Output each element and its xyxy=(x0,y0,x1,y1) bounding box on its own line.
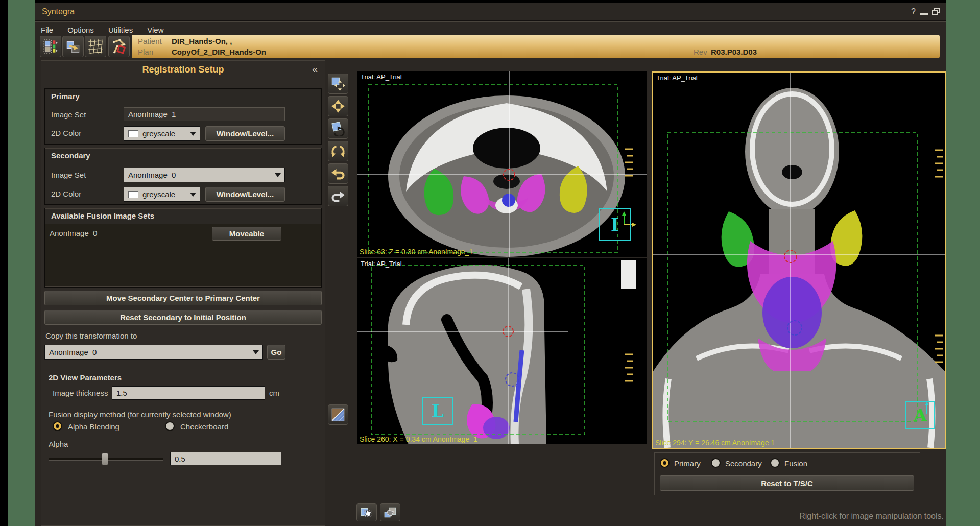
greyscale-swatch xyxy=(128,130,138,137)
primary-2d-color-label: 2D Color xyxy=(51,129,81,137)
deformation-grid-tool-button[interactable] xyxy=(85,36,106,57)
image-sets-tool-button[interactable] xyxy=(40,36,61,57)
sagittal-viewport[interactable]: L Trial: AP_Trial Slice 260: X = 0.34 cm… xyxy=(357,258,647,444)
rev-value: R03.P03.D03 xyxy=(711,47,757,56)
secondary-group: Secondary Image Set AnonImage_0 2D Color… xyxy=(44,148,322,205)
panel-title: Registration Setup xyxy=(41,64,325,75)
coronal-ct-image xyxy=(653,73,945,448)
patient-label: Patient xyxy=(138,37,162,45)
plan-label: Plan xyxy=(138,47,153,56)
image-sets-icon xyxy=(43,39,58,54)
redo-icon xyxy=(331,189,345,203)
dropdown-arrow-icon xyxy=(253,350,259,354)
display-secondary-radio[interactable] xyxy=(711,458,721,468)
redo-button[interactable] xyxy=(328,186,348,206)
copy-transformation-dropdown[interactable]: AnonImage_0 xyxy=(44,345,263,360)
minimize-icon[interactable] xyxy=(920,13,928,15)
display-fusion-radio[interactable] xyxy=(770,458,780,468)
syntegra-tool-button[interactable] xyxy=(108,36,130,57)
coronal-viewport[interactable]: A Trial: AP_Trial Slice 294: Y = 26.46 c… xyxy=(652,71,946,449)
collapse-panel-icon[interactable]: « xyxy=(312,63,318,75)
2d-view-parameters-title: 2D View Parameters xyxy=(49,373,122,382)
help-button[interactable]: ? xyxy=(911,7,916,16)
secondary-window-level-button[interactable]: Window/Level... xyxy=(205,187,285,202)
dropdown-arrow-icon xyxy=(275,173,281,177)
coronal-slice-label: Slice 294: Y = 26.46 cm AnonImage 1 xyxy=(655,439,775,447)
axial-viewport[interactable]: I Trial: AP_Trial Slice 63: Z = 0.30 cm … xyxy=(357,71,647,257)
syntegra-window: Syntegra ? File Options Utilities View xyxy=(35,3,946,526)
greyscale-swatch xyxy=(128,191,138,198)
display-primary-radio[interactable] xyxy=(660,458,670,468)
rotate-secondary-tool-button[interactable] xyxy=(328,118,348,139)
undo-button[interactable] xyxy=(328,163,348,184)
undo-icon xyxy=(331,166,345,181)
sagittal-trial-label: Trial: AP_Trial xyxy=(361,260,402,268)
axial-orientation-marker: I xyxy=(599,208,631,241)
moveable-button[interactable]: Moveable xyxy=(212,227,281,241)
coronal-trial-label: Trial: AP_Trial xyxy=(656,74,698,82)
secondary-2d-color-label: 2D Color xyxy=(51,189,81,198)
translate-secondary-tool-button[interactable] xyxy=(328,74,348,94)
copy-image-tool-button[interactable] xyxy=(62,36,84,57)
secondary-group-title: Secondary xyxy=(51,151,90,160)
menu-options[interactable]: Options xyxy=(67,26,94,34)
alpha-label: Alpha xyxy=(49,440,68,448)
fusion-set-list: AnonImage_0 Moveable xyxy=(45,224,321,286)
move-secondary-center-button[interactable]: Move Secondary Center to Primary Center xyxy=(44,291,322,305)
rotate-arrows-icon xyxy=(331,144,345,158)
drag-secondary-tool-button[interactable] xyxy=(380,503,400,521)
display-mode-box: Primary Secondary Fusion Reset to T/S/C xyxy=(654,452,920,495)
display-secondary-label[interactable]: Secondary xyxy=(725,459,762,468)
restore-icon[interactable] xyxy=(932,8,941,15)
thickness-unit-label: cm xyxy=(269,389,279,397)
copy-image-icon xyxy=(66,39,80,54)
primary-window-level-button[interactable]: Window/Level... xyxy=(205,126,285,141)
reset-tsc-button[interactable]: Reset to T/S/C xyxy=(660,475,914,491)
registration-setup-panel: Registration Setup « Primary Image Set A… xyxy=(41,60,325,526)
sagittal-slice-label: Slice 260: X = 0.34 cm AnonImage_1 xyxy=(360,435,477,443)
sagittal-orientation-marker: L xyxy=(422,397,453,425)
primary-image-set-label: Image Set xyxy=(51,110,86,119)
alpha-blending-label[interactable]: Alpha Blending xyxy=(68,422,119,431)
primary-group-title: Primary xyxy=(51,92,80,101)
primary-group: Primary Image Set AnonImage_1 2D Color g… xyxy=(44,88,322,145)
alpha-value-field[interactable]: 0.5 xyxy=(170,452,281,465)
fusion-display-tool-button[interactable] xyxy=(328,404,348,425)
desktop-background-left xyxy=(8,0,35,526)
patient-info-bar: Patient DIR_Hands-On, , Plan CopyOf_2_DI… xyxy=(132,35,940,58)
axial-trial-label: Trial: AP_Trial xyxy=(361,73,402,81)
display-fusion-label[interactable]: Fusion xyxy=(784,459,807,468)
image-thickness-field[interactable]: 1.5 xyxy=(112,386,265,400)
secondary-color-dropdown[interactable]: greyscale xyxy=(124,187,200,202)
menu-view[interactable]: View xyxy=(147,26,163,34)
checkerboard-radio[interactable] xyxy=(165,421,175,431)
secondary-image-set-dropdown[interactable]: AnonImage_0 xyxy=(124,168,285,182)
fusion-set-item[interactable]: AnonImage_0 xyxy=(50,229,97,237)
reset-secondary-button[interactable]: Reset Secondary to Initial Position xyxy=(44,310,322,325)
coronal-orientation-marker: A xyxy=(905,401,935,429)
title-separator xyxy=(35,20,946,22)
syntegra-registration-icon xyxy=(111,39,127,54)
fusion-method-label: Fusion display method (for currently sel… xyxy=(49,410,231,419)
display-primary-label[interactable]: Primary xyxy=(674,459,701,468)
hand-drag-icon xyxy=(360,506,373,519)
fusion-group-title: Available Fusion Image Sets xyxy=(51,211,154,220)
plan-value: CopyOf_2_DIR_Hands-On xyxy=(172,47,266,56)
title-bar: Syntegra ? xyxy=(35,3,946,20)
checkerboard-label[interactable]: Checkerboard xyxy=(180,422,228,431)
patient-value: DIR_Hands-On, , xyxy=(172,37,232,45)
alpha-slider-thumb[interactable] xyxy=(102,453,108,465)
fusion-image-sets-group: Available Fusion Image Sets AnonImage_0 … xyxy=(44,208,322,288)
go-button[interactable]: Go xyxy=(267,345,285,360)
right-click-hint: Right-click for image manipulation tools… xyxy=(654,512,944,521)
rotate-tool-button[interactable] xyxy=(328,141,348,161)
menu-utilities[interactable]: Utilities xyxy=(108,26,133,34)
primary-color-dropdown[interactable]: greyscale xyxy=(124,126,200,141)
drag-primary-tool-button[interactable] xyxy=(356,503,377,521)
menu-file[interactable]: File xyxy=(41,26,53,34)
alpha-blending-radio[interactable] xyxy=(53,421,62,431)
primary-image-set-field[interactable]: AnonImage_1 xyxy=(124,107,285,121)
move-secondary-icon xyxy=(331,77,345,91)
pan-arrows-icon xyxy=(331,99,345,113)
pan-tool-button[interactable] xyxy=(328,96,348,116)
